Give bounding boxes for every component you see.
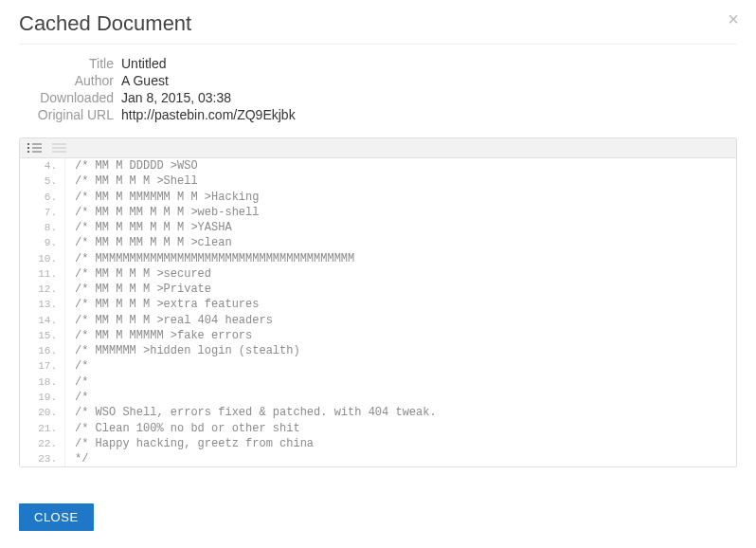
line-content: /* MM M MMMMMM M M >Hacking [65,190,259,205]
code-line: 22./* Happy hacking, greetz from china [20,436,736,451]
line-number: 6. [20,190,65,205]
divider [19,44,737,45]
meta-title-label: Title [19,56,114,71]
line-number: 17. [20,358,65,374]
code-body: 4./* MM M DDDDD >WSO5./* MM M M M >Shell… [20,158,736,466]
line-content: */ [65,451,88,466]
line-content: /* MM M MM M M M >clean [65,235,232,250]
code-line: 7./* MM M MM M M M >web-shell [20,205,736,220]
line-content: /* [65,390,88,405]
line-content: /* Happy hacking, greetz from china [65,436,314,451]
meta-url-label: Original URL [19,107,114,122]
list-ordered-icon[interactable] [27,141,43,155]
code-line: 11./* MM M M M >secured [20,266,736,282]
svg-rect-4 [27,147,29,149]
code-line: 8./* MM M MM M M M >YASHA [20,220,736,235]
meta-author-value: A Guest [121,73,737,88]
line-content: /* MM M M M >extra features [65,297,259,312]
line-number: 11. [20,266,65,282]
code-line: 15./* MM M MMMMM >fake errors [20,328,736,343]
line-number: 14. [20,313,65,328]
line-content: /* MM M MMMMM >fake errors [65,328,252,343]
code-line: 21./* Clean 100% no bd or other shit [20,421,736,436]
close-icon[interactable]: × [728,9,739,28]
line-content: /* MM M DDDDD >WSO [65,158,198,174]
line-number: 23. [20,451,65,466]
code-line: 6./* MM M MMMMMM M M >Hacking [20,190,736,205]
line-number: 9. [20,235,65,250]
code-line: 23.*/ [20,451,736,466]
line-content: /* MM M MM M M M >web-shell [65,205,259,220]
svg-rect-5 [27,151,29,153]
meta-author-label: Author [19,73,114,88]
modal-cached-document: × Cached Document Title Untitled Author … [0,11,756,467]
code-line: 19./* [20,390,736,405]
line-content: /* [65,374,88,390]
line-content: /* [65,358,88,374]
line-number: 13. [20,297,65,312]
line-content: /* WSO Shell, errors fixed & patched. wi… [65,405,437,420]
code-line: 10./* MMMMMMMMMMMMMMMMMMMMMMMMMMMMMMMMMM… [20,251,736,266]
code-line: 16./* MMMMMM >hidden login (stealth) [20,343,736,358]
line-number: 20. [20,405,65,420]
code-line: 13./* MM M M M >extra features [20,297,736,312]
modal-footer: CLOSE [19,503,94,531]
line-number: 5. [20,174,65,189]
line-number: 16. [20,343,65,358]
code-line: 18./* [20,374,736,390]
code-line: 4./* MM M DDDDD >WSO [20,158,736,174]
modal-title: Cached Document [19,11,737,36]
close-button[interactable]: CLOSE [19,503,94,531]
line-content: /* MM M M M >Shell [65,174,198,189]
meta-title-value: Untitled [121,56,737,71]
line-content: /* MM M MM M M M >YASHA [65,220,232,235]
line-content: /* MM M M M >real 404 headers [65,313,273,328]
metadata-grid: Title Untitled Author A Guest Downloaded… [19,56,737,122]
svg-rect-3 [27,143,29,145]
line-content: /* MMMMMM >hidden login (stealth) [65,343,300,358]
list-unordered-icon[interactable] [52,141,67,155]
code-line: 12./* MM M M M >Private [20,282,736,297]
code-line: 5./* MM M M M >Shell [20,174,736,189]
line-content: /* MM M M M >Private [65,282,211,297]
line-number: 22. [20,436,65,451]
line-content: /* MM M M M >secured [65,266,211,282]
code-line: 17./* [20,358,736,374]
code-toolbar [20,138,736,158]
line-number: 18. [20,374,65,390]
code-line: 9./* MM M MM M M M >clean [20,235,736,250]
code-line: 20./* WSO Shell, errors fixed & patched.… [20,405,736,420]
line-number: 4. [20,158,65,174]
line-number: 19. [20,390,65,405]
line-number: 21. [20,421,65,436]
line-content: /* MMMMMMMMMMMMMMMMMMMMMMMMMMMMMMMMMMMMM… [65,251,354,266]
meta-downloaded-value: Jan 8, 2015, 03:38 [121,90,737,105]
line-number: 15. [20,328,65,343]
meta-downloaded-label: Downloaded [19,90,114,105]
line-content: /* Clean 100% no bd or other shit [65,421,300,436]
meta-url-value: http://pastebin.com/ZQ9Ekjbk [121,107,737,122]
line-number: 7. [20,205,65,220]
code-line: 14./* MM M M M >real 404 headers [20,313,736,328]
code-viewer: 4./* MM M DDDDD >WSO5./* MM M M M >Shell… [19,137,737,467]
line-number: 8. [20,220,65,235]
line-number: 12. [20,282,65,297]
line-number: 10. [20,251,65,266]
